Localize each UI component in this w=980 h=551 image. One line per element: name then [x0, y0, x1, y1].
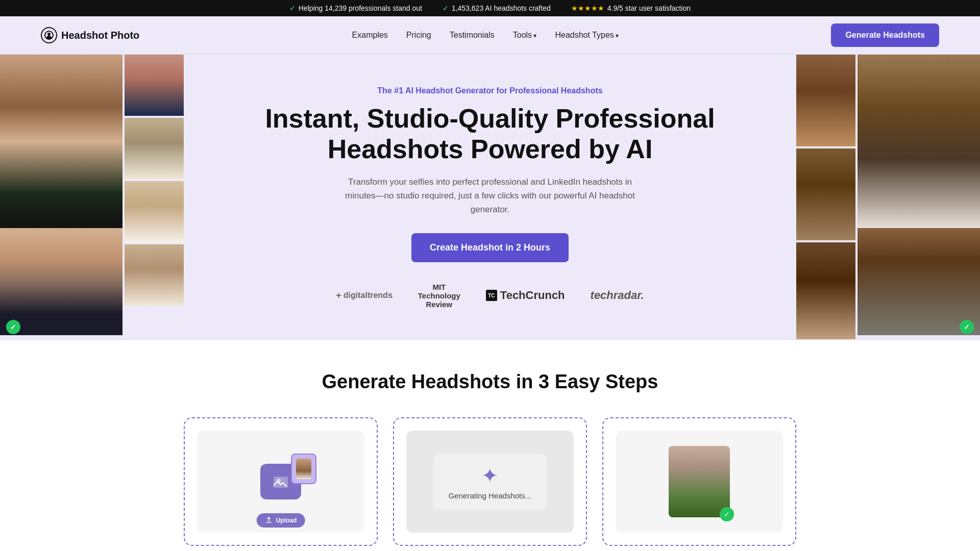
banner-text-3: 4.9/5 star user satisfaction — [607, 4, 691, 12]
steps-title: Generate Headshots in 3 Easy Steps — [102, 371, 878, 393]
hero-center: The #1 AI Headshot Generator for Profess… — [184, 55, 796, 340]
right-photos: ✓ — [796, 55, 980, 340]
dt-plus-icon: + — [336, 290, 341, 301]
result-check-icon: ✓ — [720, 507, 734, 521]
right-col-main: ✓ — [857, 55, 980, 340]
hero-title: Instant, Studio-Quality Professional Hea… — [214, 104, 766, 165]
left-main-photo — [0, 55, 122, 228]
result-photo: ✓ — [669, 446, 730, 517]
navigation: Headshot Photo Examples Pricing Testimon… — [0, 16, 980, 55]
sparkle-icon: ✦ — [449, 464, 532, 487]
hero-section: ✓ The #1 AI Headshot Generator for Profe… — [0, 55, 980, 340]
check-icon-2: ✓ — [443, 4, 449, 12]
nav-examples[interactable]: Examples — [352, 31, 388, 40]
right-main-photo-2 — [857, 228, 980, 335]
right-small-2 — [796, 148, 855, 240]
banner-text-2: 1,453,623 AI headshots crafted — [452, 4, 551, 12]
logo-text: Headshot Photo — [61, 30, 139, 41]
steps-section: Generate Headshots in 3 Easy Steps — [0, 340, 980, 551]
nav-headshot-types[interactable]: Headshot Types — [555, 31, 619, 40]
press-techradar: techradar. — [591, 289, 644, 302]
left-col-main: ✓ — [0, 55, 122, 340]
tc-logo: TC TechCrunch — [486, 289, 565, 302]
banner-item-3: ★★★★★ 4.9/5 star user satisfaction — [571, 4, 691, 12]
nav-testimonials[interactable]: Testimonials — [450, 31, 495, 40]
svg-point-1 — [47, 33, 51, 36]
left-col-small — [125, 55, 184, 340]
press-techcrunch: TC TechCrunch — [486, 289, 565, 302]
left-small-2 — [125, 118, 184, 179]
left-photos: ✓ — [0, 55, 184, 340]
nav-tools[interactable]: Tools — [513, 31, 537, 40]
nav-links: Examples Pricing Testimonials Tools Head… — [352, 31, 619, 40]
tc-text: TechCrunch — [500, 289, 565, 302]
check-icon-1: ✓ — [289, 4, 296, 12]
generate-headshots-button[interactable]: Generate Headshots — [831, 23, 939, 47]
right-small-3 — [796, 242, 855, 339]
right-small-1 — [796, 55, 855, 146]
logo[interactable]: Headshot Photo — [41, 27, 139, 43]
generating-box: ✦ Generating Headshots... — [433, 454, 547, 510]
left-check-icon: ✓ — [6, 320, 20, 334]
star-icons: ★★★★★ — [571, 4, 604, 12]
banner-text-1: Helping 14,239 professionals stand out — [299, 4, 422, 12]
press-logos: + digitaltrends MITTechnologyReview TC T… — [336, 283, 644, 309]
step-2-visual: ✦ Generating Headshots... — [406, 431, 574, 533]
step-1-card: Upload — [184, 417, 378, 546]
generating-text: Generating Headshots... — [449, 491, 532, 500]
techradar-text: techradar. — [591, 289, 644, 302]
banner-item-2: ✓ 1,453,623 AI headshots crafted — [443, 4, 551, 12]
tc-box: TC — [486, 290, 497, 301]
nav-pricing[interactable]: Pricing — [406, 31, 431, 40]
top-banner: ✓ Helping 14,239 professionals stand out… — [0, 0, 980, 16]
left-small-4 — [125, 244, 184, 306]
right-col-small — [796, 55, 855, 340]
left-small-1 — [125, 55, 184, 116]
left-main-photo-2 — [0, 228, 122, 335]
press-mit: MITTechnologyReview — [418, 283, 460, 309]
hero-subtitle: Transform your selfies into perfect prof… — [337, 175, 643, 217]
left-small-3 — [125, 181, 184, 242]
dt-text: digitaltrends — [344, 291, 393, 300]
hero-cta-button[interactable]: Create Headshot in 2 Hours — [411, 233, 569, 262]
press-digitaltrends: + digitaltrends — [336, 290, 393, 301]
right-check-icon: ✓ — [960, 320, 974, 334]
step-3-card: ✓ — [602, 417, 796, 546]
step-3-visual: ✓ — [616, 431, 783, 533]
step-1-visual: Upload — [197, 431, 364, 533]
right-main-photo-1 — [857, 55, 980, 228]
banner-item-1: ✓ Helping 14,239 professionals stand out — [289, 4, 422, 12]
hero-tagline: The #1 AI Headshot Generator for Profess… — [377, 86, 602, 95]
logo-icon — [41, 27, 57, 43]
mit-text: MITTechnologyReview — [418, 283, 460, 309]
step-2-card: ✦ Generating Headshots... — [393, 417, 587, 546]
steps-grid: Upload ✦ Generating Headshots... ✓ — [102, 417, 878, 546]
